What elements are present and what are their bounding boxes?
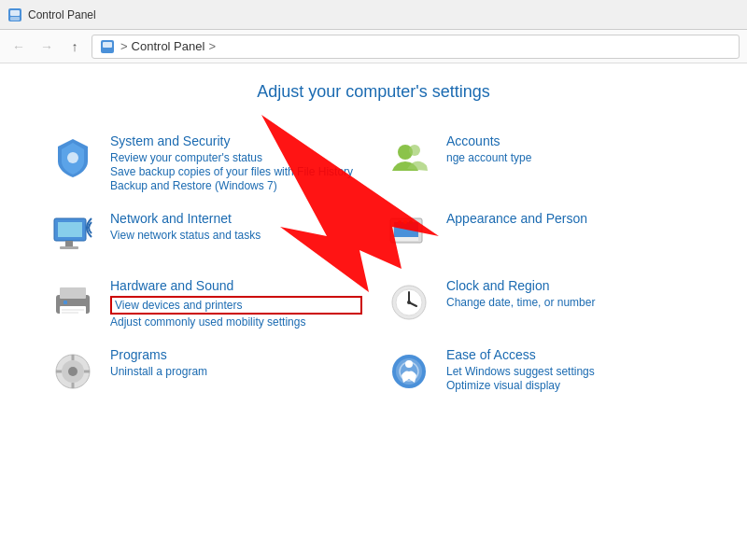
- svg-rect-1: [10, 10, 20, 16]
- svg-rect-22: [62, 309, 84, 311]
- category-ease-of-access[interactable]: Ease of Access Let Windows suggest setti…: [374, 338, 710, 405]
- programs-icon: [49, 347, 97, 396]
- ease-title[interactable]: Ease of Access: [446, 347, 698, 362]
- hardware-links: View devices and printers Adjust commonl…: [110, 296, 362, 329]
- category-programs[interactable]: Programs Uninstall a program: [37, 338, 374, 405]
- system-security-links: Review your computer's status Save backu…: [110, 151, 362, 192]
- svg-rect-10: [65, 241, 73, 246]
- svg-point-15: [398, 220, 402, 224]
- title-bar-text: Control Panel: [28, 8, 96, 21]
- svg-rect-4: [103, 42, 112, 48]
- clock-links: Change date, time, or number: [446, 296, 698, 309]
- page-title: Adjust your computer's settings: [37, 82, 710, 102]
- system-security-title[interactable]: System and Security: [110, 133, 362, 148]
- review-status-link[interactable]: Review your computer's status: [110, 151, 362, 164]
- appearance-icon: [385, 211, 433, 259]
- svg-point-16: [403, 220, 407, 224]
- category-clock-region[interactable]: Clock and Region Change date, time, or n…: [374, 269, 710, 338]
- file-history-link[interactable]: Save backup copies of your files with Fi…: [110, 165, 362, 178]
- category-hardware-text: Hardware and Sound View devices and prin…: [110, 278, 362, 329]
- backup-restore-link[interactable]: Backup and Restore (Windows 7): [110, 179, 362, 192]
- category-accounts[interactable]: Accounts nge account type: [374, 124, 710, 202]
- category-system-security[interactable]: System and Security Review your computer…: [37, 124, 374, 202]
- accounts-title[interactable]: Accounts: [446, 133, 698, 148]
- network-title[interactable]: Network and Internet: [110, 211, 362, 226]
- hardware-title[interactable]: Hardware and Sound: [110, 278, 362, 293]
- title-bar: Control Panel: [0, 0, 747, 30]
- category-accounts-text: Accounts nge account type: [446, 133, 698, 164]
- svg-rect-19: [60, 287, 86, 299]
- address-path-sep2: >: [208, 39, 216, 53]
- category-system-security-text: System and Security Review your computer…: [110, 133, 362, 192]
- svg-rect-23: [62, 312, 78, 314]
- change-account-type-link[interactable]: nge account type: [446, 151, 698, 164]
- address-box: > Control Panel >: [92, 35, 740, 59]
- up-button[interactable]: ↑: [63, 35, 86, 58]
- accounts-icon: [385, 133, 433, 182]
- clock-region-icon: [385, 278, 433, 327]
- category-hardware-sound[interactable]: Hardware and Sound View devices and prin…: [37, 269, 374, 338]
- categories-grid: System and Security Review your computer…: [37, 124, 710, 405]
- svg-point-38: [405, 360, 413, 368]
- network-links: View network status and tasks: [110, 229, 362, 242]
- network-internet-icon: [49, 211, 97, 259]
- svg-point-28: [407, 301, 411, 304]
- svg-rect-11: [60, 246, 78, 249]
- suggest-settings-link[interactable]: Let Windows suggest settings: [446, 365, 698, 378]
- mobility-settings-link[interactable]: Adjust commonly used mobility settings: [110, 315, 362, 329]
- category-network-text: Network and Internet View network status…: [110, 211, 362, 242]
- svg-point-31: [68, 367, 78, 376]
- accounts-links: nge account type: [446, 151, 698, 164]
- svg-rect-9: [58, 222, 82, 237]
- ease-links: Let Windows suggest settings Optimize vi…: [446, 365, 698, 392]
- clock-title[interactable]: Clock and Region: [446, 278, 698, 293]
- network-status-link[interactable]: View network status and tasks: [110, 229, 362, 242]
- main-content: Adjust your computer's settings System a…: [0, 63, 747, 424]
- address-bar: ← → ↑ > Control Panel >: [0, 30, 747, 63]
- address-path-current: Control Panel: [132, 39, 205, 53]
- system-security-icon: [49, 133, 97, 182]
- back-button[interactable]: ←: [7, 35, 30, 58]
- address-path-sep: >: [120, 39, 128, 53]
- svg-point-17: [409, 220, 413, 224]
- optimize-visual-link[interactable]: Optimize visual display: [446, 379, 698, 392]
- appearance-title[interactable]: Appearance and Person: [446, 211, 698, 226]
- svg-point-5: [67, 152, 78, 163]
- svg-rect-21: [63, 301, 67, 304]
- forward-button[interactable]: →: [35, 35, 58, 58]
- svg-rect-2: [10, 17, 20, 21]
- category-programs-text: Programs Uninstall a program: [110, 347, 362, 378]
- view-devices-printers-link[interactable]: View devices and printers: [110, 296, 362, 315]
- programs-title[interactable]: Programs: [110, 347, 362, 362]
- svg-rect-14: [394, 237, 418, 241]
- change-datetime-link[interactable]: Change date, time, or number: [446, 296, 698, 309]
- hardware-sound-icon: [49, 278, 97, 327]
- uninstall-program-link[interactable]: Uninstall a program: [110, 365, 362, 378]
- title-bar-icon: [7, 7, 22, 22]
- svg-point-7: [409, 145, 420, 156]
- category-ease-text: Ease of Access Let Windows suggest setti…: [446, 347, 698, 392]
- category-clock-text: Clock and Region Change date, time, or n…: [446, 278, 698, 309]
- programs-links: Uninstall a program: [110, 365, 362, 378]
- category-network-internet[interactable]: Network and Internet View network status…: [37, 202, 374, 269]
- address-path-icon: [100, 39, 115, 54]
- category-appearance[interactable]: Appearance and Person: [374, 202, 710, 269]
- svg-rect-13: [394, 222, 418, 237]
- ease-of-access-icon: [385, 347, 433, 396]
- category-appearance-text: Appearance and Person: [446, 211, 698, 229]
